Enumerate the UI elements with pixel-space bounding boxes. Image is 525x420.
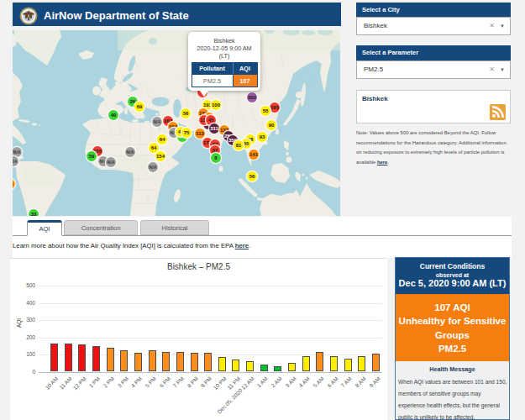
svg-text:55: 55 [263, 108, 269, 113]
svg-text:56: 56 [249, 174, 255, 179]
svg-text:45: 45 [208, 118, 214, 123]
svg-text:64: 64 [151, 145, 157, 150]
svg-text:69: 69 [137, 104, 143, 109]
svg-text:N/A: N/A [127, 150, 134, 155]
svg-text:40: 40 [111, 113, 117, 118]
svg-text:165: 165 [270, 105, 280, 110]
svg-text:154: 154 [156, 154, 165, 159]
svg-text:N/A: N/A [13, 150, 21, 155]
svg-text:141: 141 [249, 152, 259, 157]
svg-text:202: 202 [248, 95, 257, 100]
svg-text:100: 100 [212, 102, 221, 108]
svg-text:311: 311 [210, 126, 218, 131]
svg-text:81: 81 [236, 143, 242, 148]
svg-text:64: 64 [160, 137, 165, 142]
svg-text:113: 113 [196, 131, 204, 136]
svg-text:56: 56 [183, 111, 189, 116]
svg-text:59: 59 [89, 154, 95, 159]
svg-text:93: 93 [260, 134, 265, 139]
svg-text:N/A: N/A [154, 119, 161, 124]
svg-text:33: 33 [31, 212, 37, 216]
svg-text:N/A: N/A [108, 160, 115, 165]
svg-text:90: 90 [269, 123, 275, 128]
svg-text:N/A: N/A [13, 159, 18, 164]
svg-text:75: 75 [184, 130, 190, 135]
svg-text:N/A: N/A [150, 165, 157, 170]
